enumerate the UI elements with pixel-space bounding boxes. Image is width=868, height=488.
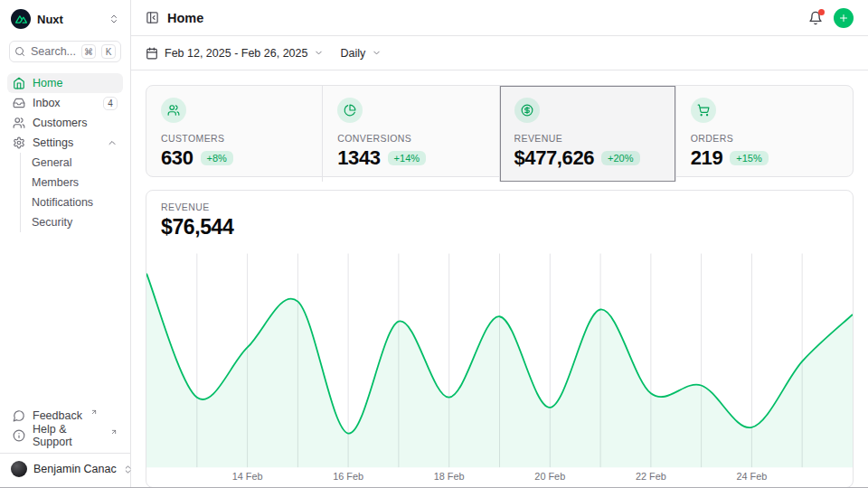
sidebar-item-label: Inbox — [33, 97, 61, 109]
notification-dot — [818, 9, 825, 15]
sidebar-item-help-support[interactable]: Help & Support — [7, 426, 123, 446]
sidebar-item-settings[interactable]: Settings — [7, 133, 123, 153]
sidebar-item-inbox[interactable]: Inbox 4 — [7, 93, 123, 113]
plus-icon — [838, 13, 849, 23]
app-header: Home — [131, 0, 868, 36]
stat-delta-badge: +15% — [730, 151, 768, 165]
calendar-icon — [146, 47, 158, 60]
revenue-chart-card: REVENUE $76,544 14 Feb16 Feb18 Feb20 Feb… — [146, 190, 854, 488]
svg-text:16 Feb: 16 Feb — [333, 471, 363, 482]
dollar-circle-icon — [514, 98, 540, 123]
users-icon — [13, 117, 25, 129]
chevron-up-icon — [107, 137, 118, 148]
sidebar-item-general[interactable]: General — [21, 153, 123, 173]
stat-label: ORDERS — [691, 133, 838, 144]
sidebar-footer-nav: Feedback Help & Support — [7, 406, 123, 446]
stat-label: REVENUE — [514, 133, 661, 144]
stat-label: CUSTOMERS — [161, 133, 307, 144]
users-icon — [161, 98, 186, 123]
stat-value: $477,626 — [514, 146, 595, 170]
stat-card-customers[interactable]: CUSTOMERS 630 +8% — [146, 86, 323, 182]
sidebar-item-security[interactable]: Security — [21, 212, 123, 232]
panel-collapse-icon[interactable] — [146, 11, 159, 24]
stat-delta-badge: +8% — [201, 151, 233, 165]
header-actions — [808, 8, 854, 28]
date-range-picker[interactable]: Feb 12, 2025 - Feb 26, 2025 — [146, 47, 324, 60]
stat-value: 219 — [691, 146, 723, 170]
info-icon — [13, 429, 25, 442]
sidebar-item-members[interactable]: Members — [21, 173, 123, 192]
sidebar-spacer — [7, 232, 123, 406]
revenue-chart-header: REVENUE $76,544 — [146, 191, 853, 239]
sidebar-item-label: Members — [32, 176, 79, 189]
chevron-down-icon — [314, 48, 324, 58]
sidebar-item-notifications[interactable]: Notifications — [21, 192, 123, 212]
workspace-name: Nuxt — [37, 13, 63, 26]
sidebar-item-label: Notifications — [32, 196, 93, 209]
svg-text:22 Feb: 22 Feb — [636, 471, 666, 482]
kbd-k: K — [101, 44, 116, 59]
sidebar: Nuxt Search... ⌘ K Home Inbox 4 — [0, 0, 131, 488]
sidebar-item-label: Security — [32, 216, 72, 229]
chevron-down-icon — [372, 48, 382, 58]
user-menu[interactable]: Benjamin Canac — [0, 453, 130, 481]
page-title: Home — [167, 11, 203, 25]
gear-icon — [13, 136, 25, 149]
svg-text:14 Feb: 14 Feb — [232, 471, 263, 482]
date-range-value: Feb 12, 2025 - Feb 26, 2025 — [165, 47, 307, 60]
stat-delta-badge: +20% — [601, 151, 639, 165]
search-input[interactable]: Search... ⌘ K — [9, 41, 121, 62]
stat-label: CONVERSIONS — [337, 133, 484, 144]
home-icon — [13, 77, 25, 89]
search-icon — [14, 46, 25, 57]
stat-card-revenue[interactable]: REVENUE $477,626 +20% — [500, 86, 676, 182]
granularity-value: Daily — [340, 47, 365, 60]
sidebar-nav: Home Inbox 4 Customers Settings Genera — [7, 73, 123, 232]
sidebar-item-label: Settings — [33, 136, 73, 149]
stats-row: CUSTOMERS 630 +8% CONVERSIONS 1343 +14% — [146, 85, 854, 177]
workspace-selector[interactable]: Nuxt — [7, 7, 123, 31]
pie-chart-icon — [337, 98, 363, 123]
speech-bubble-icon — [13, 409, 25, 422]
external-link-icon — [110, 428, 118, 436]
svg-text:24 Feb: 24 Feb — [736, 471, 767, 482]
revenue-chart-label: REVENUE — [161, 202, 838, 212]
sidebar-item-label: Customers — [33, 117, 87, 129]
kbd-meta: ⌘ — [81, 44, 96, 59]
stat-card-conversions[interactable]: CONVERSIONS 1343 +14% — [323, 86, 499, 182]
settings-submenu: General Members Notifications Security — [20, 153, 123, 232]
stat-value: 630 — [161, 146, 193, 170]
user-name: Benjamin Canac — [33, 463, 117, 475]
sidebar-item-customers[interactable]: Customers — [7, 113, 123, 133]
filters-toolbar: Feb 12, 2025 - Feb 26, 2025 Daily — [131, 36, 868, 70]
search-placeholder: Search... — [31, 45, 76, 58]
nuxt-logo-icon — [11, 9, 31, 29]
revenue-chart-value: $76,544 — [161, 215, 838, 239]
sidebar-item-label: Help & Support — [33, 423, 102, 448]
main-area: Home Feb 12, 2025 - Feb 26, 2025 Daily — [131, 0, 868, 488]
cart-icon — [691, 98, 716, 123]
add-button[interactable] — [834, 8, 854, 28]
avatar — [11, 461, 27, 477]
sidebar-item-home[interactable]: Home — [7, 73, 123, 93]
sidebar-item-label: General — [32, 156, 71, 169]
stat-value: 1343 — [337, 146, 380, 170]
notifications-button[interactable] — [808, 11, 823, 25]
granularity-select[interactable]: Daily — [340, 47, 382, 60]
inbox-count-badge: 4 — [103, 97, 118, 110]
svg-text:18 Feb: 18 Feb — [434, 471, 465, 482]
sidebar-item-label: Home — [33, 77, 62, 89]
dashboard-content: CUSTOMERS 630 +8% CONVERSIONS 1343 +14% — [131, 70, 868, 488]
inbox-icon — [13, 97, 25, 109]
stat-card-orders[interactable]: ORDERS 219 +15% — [676, 86, 853, 182]
sidebar-item-label: Feedback — [33, 409, 82, 422]
stat-delta-badge: +14% — [388, 151, 426, 165]
external-link-icon — [90, 408, 98, 416]
chevrons-up-down-icon[interactable] — [108, 14, 119, 24]
svg-text:20 Feb: 20 Feb — [534, 471, 565, 482]
